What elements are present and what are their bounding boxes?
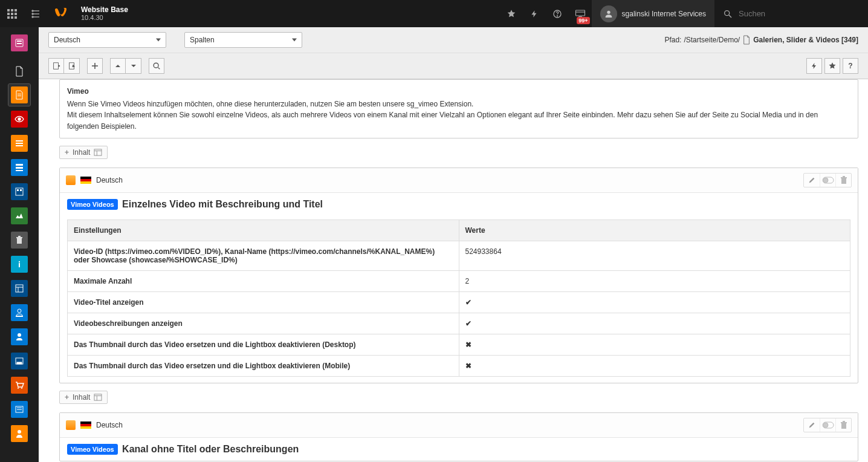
svg-rect-34 — [16, 170, 23, 171]
sb-mod-5[interactable] — [8, 181, 30, 203]
ce1-toggle-button[interactable] — [820, 174, 835, 187]
cache-flash-icon[interactable] — [523, 0, 546, 27]
plugin-icon — [66, 420, 76, 430]
add-content-button-1[interactable]: + Inhalt — [59, 146, 108, 159]
sb-mod-page[interactable] — [8, 84, 30, 106]
ce2-edit-button[interactable] — [804, 418, 820, 432]
typo3-logo-icon[interactable] — [48, 0, 73, 27]
svg-rect-2 — [15, 9, 17, 11]
svg-point-67 — [823, 178, 828, 183]
intro-p2: Mit diesem Inhaltselement können Sie sow… — [67, 109, 850, 132]
svg-rect-54 — [17, 408, 22, 408]
content-element-2[interactable]: Deutsch Vimeo Videos Kanal ohne Titel od… — [59, 412, 858, 461]
ce2-delete-button[interactable] — [835, 418, 851, 432]
svg-rect-76 — [841, 423, 846, 429]
svg-point-21 — [725, 10, 730, 15]
sb-mod-14[interactable] — [8, 399, 30, 420]
content-wizard-icon — [94, 394, 102, 401]
svg-rect-0 — [7, 9, 10, 11]
help-button[interactable]: ? — [843, 58, 858, 74]
site-name: Website Base — [81, 5, 128, 14]
sb-mod-12[interactable] — [8, 350, 30, 372]
content-area: Deutsch Spalten Pfad: /Startseite/Demo/ … — [39, 27, 868, 462]
site-info: Website Base 10.4.30 — [73, 5, 137, 22]
toolbar-group-3 — [110, 58, 141, 74]
search-icon — [723, 9, 733, 19]
sb-mod-cart[interactable] — [8, 374, 30, 396]
sb-mod-list[interactable] — [8, 132, 30, 154]
systeminfo-badge: 99+ — [577, 17, 589, 24]
svg-point-28 — [18, 118, 21, 120]
svg-rect-8 — [15, 16, 17, 19]
svg-point-20 — [607, 10, 610, 13]
plus-icon: + — [65, 148, 69, 157]
search-button[interactable] — [149, 58, 164, 74]
help-icon[interactable] — [546, 0, 569, 27]
sb-mod-15[interactable] — [8, 423, 30, 444]
svg-rect-4 — [11, 13, 13, 15]
intro-panel: Vimeo Wenn Sie Vimeo Videos hinzufügen m… — [59, 79, 858, 138]
svg-rect-55 — [17, 409, 22, 410]
svg-rect-31 — [16, 145, 23, 146]
svg-point-13 — [32, 13, 33, 15]
content-element-1[interactable]: Deutsch Vimeo Videos Einzelnes Video mit… — [59, 168, 858, 383]
svg-rect-41 — [19, 263, 20, 267]
page-title: Galerien, Slider & Videos [349] — [753, 36, 858, 44]
modules-grid-icon[interactable] — [0, 0, 24, 27]
ce2-toggle-button[interactable] — [820, 418, 835, 432]
bookmark-star-icon[interactable] — [500, 0, 523, 27]
sb-mod-6[interactable] — [8, 205, 30, 227]
sb-page-icon[interactable] — [10, 62, 29, 81]
svg-rect-25 — [17, 43, 22, 44]
sb-mod-9[interactable] — [8, 278, 30, 299]
user-menu[interactable]: sgalinski Internet Services — [592, 0, 714, 27]
ce1-delete-button[interactable] — [835, 174, 851, 187]
svg-rect-38 — [17, 238, 22, 244]
table-row: Video-Titel anzeigen✔ — [68, 292, 850, 313]
columns-select[interactable]: Spalten — [184, 32, 302, 48]
add-button[interactable] — [87, 58, 103, 74]
svg-rect-69 — [841, 177, 847, 178]
flag-de-icon — [80, 177, 91, 184]
svg-rect-37 — [20, 189, 22, 191]
cache-button[interactable] — [806, 58, 822, 74]
sb-mod-11[interactable] — [8, 326, 30, 348]
topbar: Website Base 10.4.30 99+ sgalinski Inter… — [0, 0, 868, 27]
expand-down-button[interactable] — [126, 58, 141, 74]
toolbar-group-2 — [87, 58, 103, 74]
sb-mod-trash[interactable] — [8, 229, 30, 251]
svg-rect-40 — [18, 236, 21, 237]
svg-rect-5 — [15, 13, 17, 15]
pagetree-toggle-icon[interactable] — [24, 0, 48, 27]
search-box[interactable] — [714, 0, 868, 27]
edit-page-button[interactable] — [64, 58, 80, 74]
docheader: Deutsch Spalten Pfad: /Startseite/Demo/ … — [39, 27, 868, 79]
svg-rect-57 — [54, 63, 59, 70]
collapse-up-button[interactable] — [110, 58, 126, 74]
sb-mod-0[interactable] — [8, 32, 30, 54]
svg-point-75 — [823, 423, 828, 428]
add-content-button-2[interactable]: + Inhalt — [59, 391, 108, 404]
ce1-title: Einzelnes Video mit Beschreibung und Tit… — [122, 199, 323, 209]
site-version: 10.4.30 — [81, 14, 128, 22]
ce2-langbar: Deutsch — [60, 413, 858, 438]
sb-mod-info[interactable] — [8, 253, 30, 275]
svg-rect-33 — [16, 167, 23, 169]
new-record-button[interactable] — [48, 58, 64, 74]
sb-mod-10[interactable] — [8, 302, 30, 324]
search-input[interactable] — [739, 9, 860, 18]
svg-rect-1 — [11, 9, 13, 11]
sb-mod-view[interactable] — [8, 108, 30, 130]
sb-mod-4[interactable] — [8, 157, 30, 178]
svg-line-62 — [158, 68, 160, 70]
bookmark-button[interactable] — [824, 58, 840, 74]
table-row: Videobeschreibungen anzeigen✔ — [68, 313, 850, 334]
intro-p1: Wenn Sie Vimeo Videos hinzufügen möchten… — [67, 99, 850, 110]
svg-rect-30 — [16, 143, 23, 144]
language-select[interactable]: Deutsch — [48, 32, 166, 48]
svg-rect-27 — [18, 96, 21, 96]
user-name: sgalinski Internet Services — [622, 10, 706, 18]
svg-point-46 — [18, 309, 21, 313]
systeminfo-icon[interactable]: 99+ — [569, 0, 592, 27]
ce1-edit-button[interactable] — [804, 174, 820, 187]
